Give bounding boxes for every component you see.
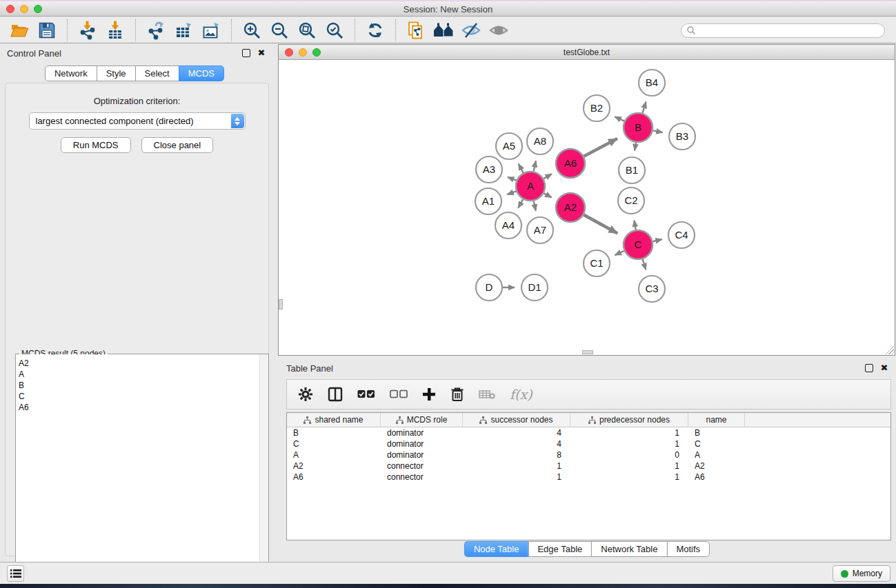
- zoom-out-icon[interactable]: [268, 19, 290, 41]
- table-row[interactable]: Bdominator41B: [287, 427, 890, 438]
- table-row[interactable]: A6connector11A6: [287, 472, 890, 483]
- graph-edge-A-A4[interactable]: [518, 199, 523, 208]
- table-row[interactable]: Adominator80A: [287, 449, 890, 460]
- tab-select[interactable]: Select: [135, 65, 179, 81]
- float-panel-icon[interactable]: [242, 49, 250, 57]
- graph-edge-A6-B[interactable]: [584, 139, 617, 156]
- graph-node-B1[interactable]: B1: [619, 157, 645, 183]
- result-list-scrollbar[interactable]: [259, 354, 268, 588]
- graph-edge-C-C4[interactable]: [653, 239, 661, 241]
- column-header-predecessor-nodes[interactable]: predecessor nodes: [570, 413, 688, 427]
- show-graphics-details-icon[interactable]: [488, 19, 510, 41]
- tab-network[interactable]: Network: [45, 65, 97, 81]
- graph-edge-B-B4[interactable]: [642, 102, 646, 113]
- add-column-icon[interactable]: [422, 387, 436, 401]
- graph-node-D1[interactable]: D1: [521, 274, 548, 301]
- delete-columns-trash-icon[interactable]: [450, 387, 464, 402]
- hide-columns-icon[interactable]: [390, 389, 408, 399]
- open-file-icon[interactable]: [8, 19, 30, 41]
- zoom-in-icon[interactable]: [241, 19, 263, 41]
- graph-node-B[interactable]: B: [624, 113, 653, 142]
- graph-edge-A-A8[interactable]: [534, 161, 536, 171]
- graph-node-C4[interactable]: C4: [668, 222, 695, 248]
- task-history-button[interactable]: [7, 565, 24, 582]
- column-header-name[interactable]: name: [688, 413, 745, 427]
- graph-node-A3[interactable]: A3: [476, 156, 502, 183]
- graph-edge-A2-C[interactable]: [584, 215, 617, 234]
- graph-node-A1[interactable]: A1: [475, 188, 501, 214]
- graph-node-A7[interactable]: A7: [527, 217, 553, 243]
- home-icon[interactable]: [432, 19, 455, 41]
- graph-edge-C-C3[interactable]: [643, 259, 646, 270]
- mcds-result-item[interactable]: C: [16, 391, 268, 402]
- save-session-icon[interactable]: [36, 19, 58, 41]
- table-tab-network-table[interactable]: Network Table: [591, 541, 667, 557]
- search-input[interactable]: [696, 25, 884, 36]
- network-canvas[interactable]: B4B2BB3A8A5A6A3B1AC2A1A2A4A7C4CC1DD1C3: [279, 60, 895, 355]
- zoom-fit-icon[interactable]: [296, 19, 318, 41]
- table-row[interactable]: A2connector11A2: [287, 460, 890, 472]
- graph-node-C1[interactable]: C1: [584, 250, 610, 276]
- graph-edge-A-A1[interactable]: [507, 191, 516, 194]
- search-field[interactable]: [681, 23, 885, 38]
- graph-edge-B-B1[interactable]: [635, 143, 636, 151]
- graph-edge-A-A5[interactable]: [519, 164, 524, 173]
- graph-node-A2[interactable]: A2: [556, 193, 585, 222]
- close-panel-icon[interactable]: ✖: [257, 49, 266, 57]
- graph-node-C3[interactable]: C3: [639, 276, 665, 302]
- import-network-icon[interactable]: [77, 19, 99, 41]
- copy-network-style-icon[interactable]: [405, 19, 427, 41]
- close-table-panel-icon[interactable]: ✖: [880, 364, 888, 372]
- graph-node-A5[interactable]: A5: [496, 133, 522, 159]
- graph-node-A4[interactable]: A4: [495, 212, 521, 239]
- graph-edge-B-B3[interactable]: [653, 130, 663, 132]
- run-mcds-button[interactable]: Run MCDS: [61, 137, 131, 153]
- function-builder-icon[interactable]: f(x): [510, 387, 532, 402]
- export-table-icon[interactable]: [172, 19, 195, 41]
- graph-node-A[interactable]: A: [516, 172, 545, 201]
- memory-button[interactable]: Memory: [833, 565, 890, 582]
- mcds-result-item[interactable]: A2: [16, 358, 268, 369]
- network-window-titlebar[interactable]: testGlobe.txt: [279, 45, 895, 60]
- vertical-scrollbar-thumb[interactable]: [279, 299, 283, 310]
- graph-edge-A-A7[interactable]: [534, 201, 536, 210]
- table-settings-gear-icon[interactable]: [298, 387, 313, 402]
- mcds-result-item[interactable]: A6: [16, 402, 268, 413]
- split-columns-icon[interactable]: [328, 387, 343, 402]
- graph-node-A6[interactable]: A6: [556, 149, 585, 178]
- graph-node-A8[interactable]: A8: [527, 128, 553, 154]
- table-tab-node-table[interactable]: Node Table: [464, 541, 529, 557]
- graph-edge-C-C1[interactable]: [615, 251, 624, 255]
- export-image-icon[interactable]: [200, 19, 222, 41]
- hide-graphics-details-icon[interactable]: [460, 19, 482, 41]
- import-table-icon[interactable]: [104, 19, 126, 41]
- export-network-icon[interactable]: [145, 19, 167, 41]
- close-panel-button[interactable]: Close panel: [141, 137, 214, 153]
- graph-node-B3[interactable]: B3: [669, 123, 695, 150]
- graph-edge-A-A2[interactable]: [544, 193, 551, 197]
- zoom-selected-icon[interactable]: [323, 19, 346, 41]
- column-header-shared-name[interactable]: shared name: [287, 413, 381, 427]
- criterion-dropdown[interactable]: largest connected component (directed): [29, 112, 246, 130]
- graph-edge-A-A3[interactable]: [508, 177, 517, 181]
- graph-edge-C-C2[interactable]: [634, 221, 635, 230]
- tab-style[interactable]: Style: [97, 65, 136, 81]
- graph-node-C2[interactable]: C2: [618, 187, 644, 214]
- graph-edge-B-B2[interactable]: [615, 116, 624, 121]
- mcds-result-list[interactable]: A2ABCA6: [16, 354, 268, 588]
- column-header-MCDS-role[interactable]: MCDS role: [381, 413, 463, 427]
- table-tab-motifs[interactable]: Motifs: [666, 541, 710, 557]
- show-columns-icon[interactable]: [357, 389, 375, 399]
- graph-node-C[interactable]: C: [624, 230, 653, 259]
- table-tab-edge-table[interactable]: Edge Table: [528, 541, 592, 557]
- graph-node-B4[interactable]: B4: [639, 70, 665, 96]
- table-row[interactable]: Cdominator41C: [287, 438, 890, 449]
- horizontal-scrollbar-thumb[interactable]: [582, 350, 593, 354]
- mcds-result-item[interactable]: B: [16, 380, 268, 391]
- graph-edge-A-A6[interactable]: [544, 174, 552, 179]
- tab-mcds[interactable]: MCDS: [179, 65, 224, 81]
- refresh-icon[interactable]: [364, 19, 386, 41]
- column-header-successor-nodes[interactable]: successor nodes: [463, 413, 570, 427]
- delete-table-icon[interactable]: [479, 389, 495, 400]
- graph-node-D[interactable]: D: [476, 274, 502, 301]
